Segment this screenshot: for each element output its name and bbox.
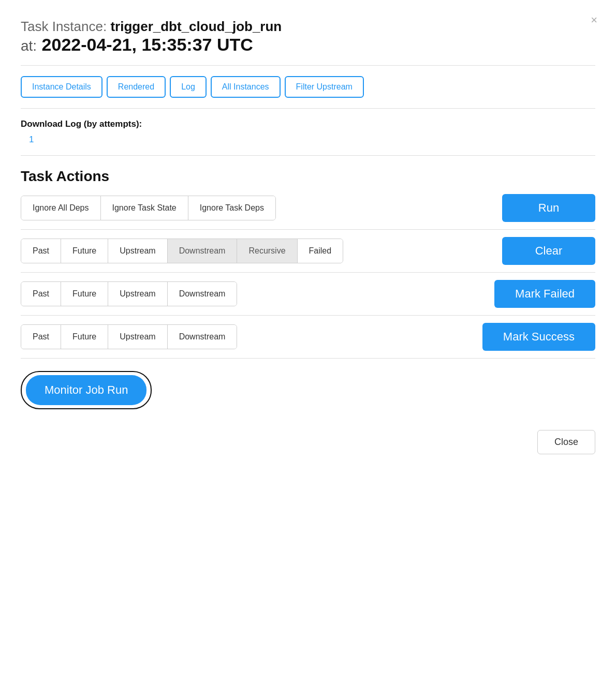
toggle-mf-upstream[interactable]: Upstream — [108, 282, 167, 306]
tab-log[interactable]: Log — [170, 76, 207, 98]
download-log-link[interactable]: 1 — [29, 135, 34, 144]
monitor-section: Monitor Job Run — [21, 371, 595, 409]
monitor-job-run-button[interactable]: Monitor Job Run — [26, 375, 146, 405]
task-instance-title-line1: Task Instance: trigger_dbt_cloud_job_run — [21, 19, 595, 35]
clear-toggle-group: Past Future Upstream Downstream Recursiv… — [21, 239, 343, 263]
mark-success-divider — [21, 358, 595, 359]
toggle-clear-downstream[interactable]: Downstream — [168, 239, 238, 263]
toggle-clear-past[interactable]: Past — [21, 239, 61, 263]
close-button[interactable]: Close — [537, 430, 595, 454]
run-button[interactable]: Run — [502, 194, 595, 222]
task-name: trigger_dbt_cloud_job_run — [110, 19, 282, 34]
tabs-divider — [21, 108, 595, 109]
toggle-mf-future[interactable]: Future — [61, 282, 108, 306]
task-actions-title: Task Actions — [21, 168, 595, 185]
clear-button[interactable]: Clear — [502, 237, 595, 265]
download-log-section: Download Log (by attempts): 1 — [21, 119, 595, 145]
tab-filter-upstream[interactable]: Filter Upstream — [285, 76, 364, 98]
clear-action-row: Past Future Upstream Downstream Recursiv… — [21, 237, 595, 265]
run-divider — [21, 229, 595, 230]
toggle-ms-past[interactable]: Past — [21, 325, 61, 349]
toggle-ignore-all-deps[interactable]: Ignore All Deps — [21, 196, 101, 220]
tab-rendered[interactable]: Rendered — [107, 76, 166, 98]
mark-success-action-row: Past Future Upstream Downstream Mark Suc… — [21, 323, 595, 351]
mark-failed-toggle-group: Past Future Upstream Downstream — [21, 281, 237, 306]
mark-failed-action-row: Past Future Upstream Downstream Mark Fai… — [21, 280, 595, 308]
toggle-ms-downstream[interactable]: Downstream — [168, 325, 237, 349]
mark-failed-button[interactable]: Mark Failed — [494, 280, 595, 308]
modal-close-button[interactable]: × — [591, 14, 597, 26]
task-datetime: 2022-04-21, 15:35:37 UTC — [42, 35, 253, 54]
task-actions-section: Task Actions Ignore All Deps Ignore Task… — [21, 168, 595, 359]
modal-header: Task Instance: trigger_dbt_cloud_job_run… — [21, 19, 595, 55]
toggle-clear-future[interactable]: Future — [61, 239, 108, 263]
toggle-clear-recursive[interactable]: Recursive — [237, 239, 297, 263]
mark-failed-divider — [21, 315, 595, 316]
mark-success-button[interactable]: Mark Success — [482, 323, 595, 351]
task-instance-modal: × Task Instance: trigger_dbt_cloud_job_r… — [0, 0, 616, 684]
toggle-mf-downstream[interactable]: Downstream — [168, 282, 237, 306]
toggle-ms-upstream[interactable]: Upstream — [108, 325, 167, 349]
clear-divider — [21, 272, 595, 273]
task-instance-label: Task Instance: — [21, 19, 107, 34]
footer-row: Close — [21, 425, 595, 454]
download-log-label: Download Log (by attempts): — [21, 119, 595, 129]
download-log-divider — [21, 155, 595, 156]
mark-success-toggle-group: Past Future Upstream Downstream — [21, 324, 237, 349]
tab-instance-details[interactable]: Instance Details — [21, 76, 102, 98]
run-toggle-group: Ignore All Deps Ignore Task State Ignore… — [21, 196, 276, 220]
toggle-ignore-task-state[interactable]: Ignore Task State — [101, 196, 188, 220]
toggle-mf-past[interactable]: Past — [21, 282, 61, 306]
tab-row: Instance Details Rendered Log All Instan… — [21, 76, 595, 98]
toggle-clear-failed[interactable]: Failed — [298, 239, 343, 263]
at-label: at: — [21, 38, 37, 54]
task-instance-title-line2: at: 2022-04-21, 15:35:37 UTC — [21, 35, 595, 55]
tab-all-instances[interactable]: All Instances — [211, 76, 281, 98]
toggle-ignore-task-deps[interactable]: Ignore Task Deps — [188, 196, 275, 220]
toggle-clear-upstream[interactable]: Upstream — [108, 239, 167, 263]
toggle-ms-future[interactable]: Future — [61, 325, 108, 349]
header-divider — [21, 65, 595, 66]
run-action-row: Ignore All Deps Ignore Task State Ignore… — [21, 194, 595, 222]
monitor-btn-highlight: Monitor Job Run — [21, 371, 152, 409]
